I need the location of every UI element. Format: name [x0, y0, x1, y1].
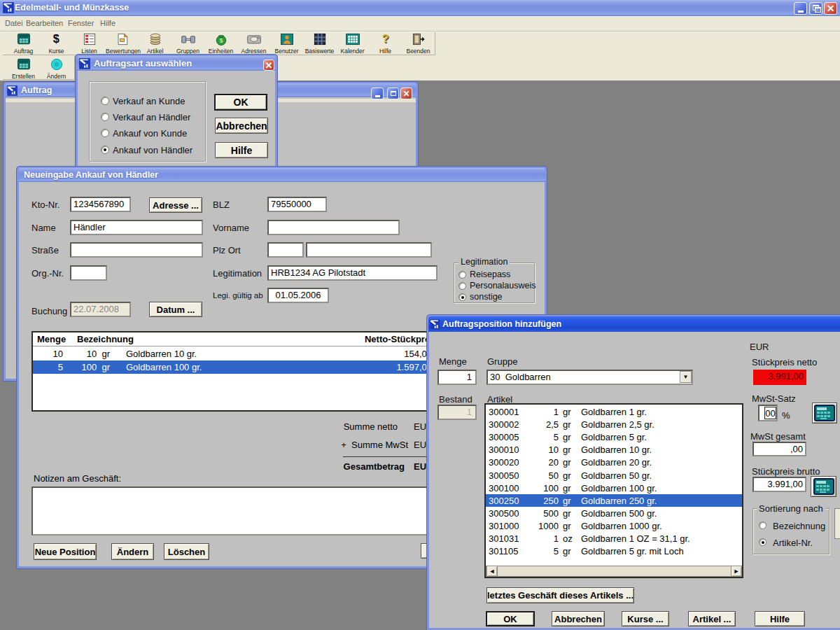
- svg-text:$: $: [219, 37, 223, 44]
